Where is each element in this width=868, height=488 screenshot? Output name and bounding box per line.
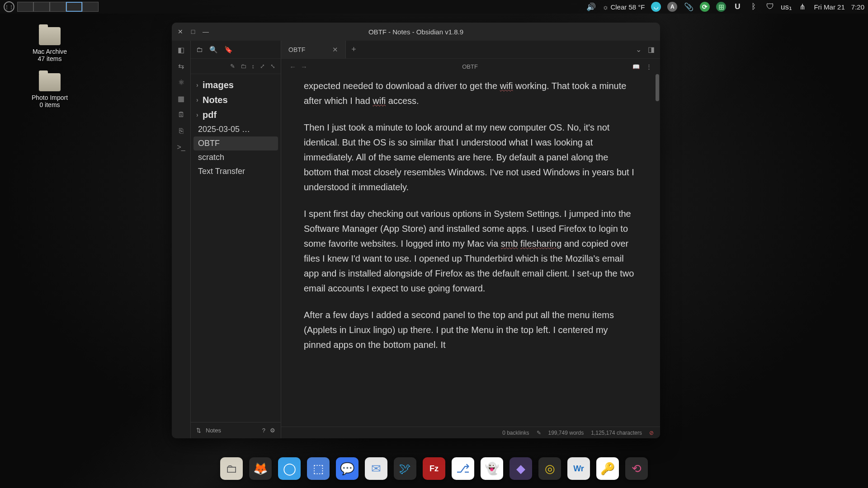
nav-forward-icon[interactable]: →: [301, 63, 307, 70]
folder-subtitle: 0 items: [39, 101, 60, 108]
paragraph-2[interactable]: Then I just took a minute to look around…: [304, 120, 637, 195]
new-tab-button[interactable]: +: [346, 45, 362, 54]
right-sidebar-toggle-icon[interactable]: ◨: [648, 45, 655, 54]
dock-rhythmbox[interactable]: ◎: [538, 457, 561, 480]
bluetooth-icon[interactable]: ᛒ: [749, 2, 759, 12]
paragraph-1[interactable]: expected needed to download a driver to …: [304, 79, 637, 108]
help-icon[interactable]: ?: [262, 427, 265, 434]
sort-icon[interactable]: ↕: [252, 63, 255, 70]
sync-status-icon[interactable]: ⊘: [649, 430, 654, 436]
desktop-folder-mac-archive[interactable]: Mac Archive 47 items: [23, 27, 77, 62]
workspace-5[interactable]: [82, 2, 99, 12]
bookmarks-tab-icon[interactable]: 🔖: [224, 46, 233, 54]
folder-label: Mac Archive: [33, 48, 67, 55]
dock-filezilla[interactable]: Fz: [423, 457, 445, 480]
maximize-window-button[interactable]: □: [190, 28, 196, 35]
collapse-icon[interactable]: ⤡: [270, 63, 275, 70]
volume-icon[interactable]: 🔊: [586, 2, 596, 12]
graph-view-icon[interactable]: ⚛: [177, 78, 186, 87]
workspace-2[interactable]: [33, 2, 50, 12]
sidebar-actions: ✎ 🗀 ↕ ⤢ ⤡: [191, 59, 281, 74]
breadcrumb[interactable]: OBTF: [462, 63, 478, 70]
dock-mail[interactable]: ✉: [365, 457, 387, 480]
dock: 🗀🦊◯⬚💬✉🕊Fz⎇👻◆◎Wr🔑⟲: [214, 454, 654, 483]
quick-switcher-icon[interactable]: ⇆: [177, 61, 186, 70]
sidebar-toggle-icon[interactable]: ◧: [177, 45, 186, 54]
clock-applet[interactable]: Fri Mar 21 7:20: [814, 3, 864, 11]
backlinks-count[interactable]: 0 backlinks: [502, 430, 529, 436]
paragraph-4[interactable]: After a few days I added a second panel …: [304, 308, 637, 352]
command-palette-icon[interactable]: >_: [177, 143, 186, 152]
dock-sync[interactable]: ⟲: [625, 457, 648, 480]
network-icon[interactable]: ⋔: [797, 2, 807, 12]
reading-view-icon[interactable]: 📖: [632, 63, 640, 70]
tray-icon-u[interactable]: U: [732, 2, 742, 12]
tab-label: OBTF: [288, 46, 305, 53]
scrollbar-thumb[interactable]: [656, 74, 659, 101]
shield-icon[interactable]: 🛡: [765, 2, 775, 12]
expand-icon[interactable]: ⤢: [260, 63, 265, 70]
tray-icon-blue[interactable]: ◡: [651, 2, 661, 12]
tree-folder-notes[interactable]: Notes: [193, 93, 278, 108]
tab-obtf[interactable]: OBTF ✕: [281, 41, 346, 58]
char-count[interactable]: 1,125,174 characters: [591, 430, 642, 436]
tray-icon-grid[interactable]: ⊞: [716, 2, 726, 12]
tree-file-obtf[interactable]: OBTF: [193, 136, 278, 150]
dock-librewolf[interactable]: ◯: [278, 457, 301, 480]
attachment-icon[interactable]: 📎: [684, 2, 693, 12]
dock-obsidian[interactable]: ◆: [509, 457, 532, 480]
vault-name[interactable]: Notes: [206, 427, 221, 434]
workspace-4[interactable]: [66, 2, 82, 12]
dock-writer[interactable]: Wr: [567, 457, 590, 480]
dock-files[interactable]: 🗀: [220, 457, 243, 480]
keyboard-layout[interactable]: us₁: [781, 2, 791, 12]
new-folder-icon[interactable]: 🗀: [241, 63, 246, 70]
search-tab-icon[interactable]: 🔍: [209, 46, 218, 54]
tab-dropdown-icon[interactable]: ⌄: [636, 45, 642, 54]
tree-folder-images[interactable]: images: [193, 78, 278, 93]
sidebar-footer: ⇅ Notes ? ⚙: [191, 422, 281, 438]
tree-file-scratch[interactable]: scratch: [193, 150, 278, 164]
tree-file-dated[interactable]: 2025-03-05 …: [193, 122, 278, 136]
folder-label: Photo Import: [32, 94, 68, 101]
workspace-switcher[interactable]: [17, 2, 99, 12]
tree-file-text-transfer[interactable]: Text Transfer: [193, 164, 278, 178]
titlebar[interactable]: ✕ □ — OBTF - Notes - Obsidian v1.8.9: [172, 23, 660, 41]
dock-remmina[interactable]: ⎇: [452, 457, 474, 480]
tree-folder-pdf[interactable]: pdf: [193, 108, 278, 122]
date-text: Fri Mar 21: [814, 3, 844, 11]
dock-keepass[interactable]: 🔑: [596, 457, 619, 480]
close-tab-icon[interactable]: ✕: [332, 46, 338, 54]
dock-thunderbird[interactable]: 🕊: [394, 457, 416, 480]
desktop-folder-photo-import[interactable]: Photo Import 0 items: [23, 73, 77, 108]
new-note-icon[interactable]: ✎: [230, 63, 235, 70]
dock-ghostwriter[interactable]: 👻: [481, 457, 503, 480]
weather-applet[interactable]: ☼ Clear 58 °F: [603, 3, 645, 11]
dock-screenshot[interactable]: ⬚: [307, 457, 330, 480]
file-explorer-tab-icon[interactable]: 🗀: [196, 46, 203, 53]
dock-signal[interactable]: 💬: [336, 457, 359, 480]
collapse-sidebar-icon[interactable]: ⇅: [196, 427, 201, 434]
mint-menu-button[interactable]: ⋮⋮: [4, 1, 14, 12]
word-count[interactable]: 199,749 words: [548, 430, 584, 436]
close-window-button[interactable]: ✕: [177, 28, 184, 35]
editor-content[interactable]: expected needed to download a driver to …: [281, 74, 660, 427]
tray-icon-green[interactable]: ⟳: [700, 2, 710, 12]
time-text: 7:20: [851, 3, 864, 11]
tray-icon-a[interactable]: A: [667, 2, 677, 12]
dock-firefox[interactable]: 🦊: [249, 457, 272, 480]
tab-bar: OBTF ✕ + ⌄ ◨: [281, 41, 660, 59]
daily-note-icon[interactable]: 🗓: [177, 110, 186, 119]
workspace-1[interactable]: [17, 2, 33, 12]
edit-mode-icon[interactable]: ✎: [537, 430, 541, 436]
nav-back-icon[interactable]: ←: [289, 63, 296, 70]
workspace-3[interactable]: [50, 2, 66, 12]
status-bar: 0 backlinks ✎ 199,749 words 1,125,174 ch…: [281, 427, 660, 438]
sidebar-top-tabs: 🗀 🔍 🔖: [191, 41, 281, 59]
paragraph-3[interactable]: I spent first day checking out various o…: [304, 206, 637, 296]
canvas-icon[interactable]: ▦: [177, 94, 186, 103]
settings-icon[interactable]: ⚙: [270, 427, 275, 434]
templates-icon[interactable]: ⎘: [177, 127, 186, 136]
more-options-icon[interactable]: ⋮: [646, 63, 652, 70]
minimize-window-button[interactable]: —: [203, 28, 209, 35]
